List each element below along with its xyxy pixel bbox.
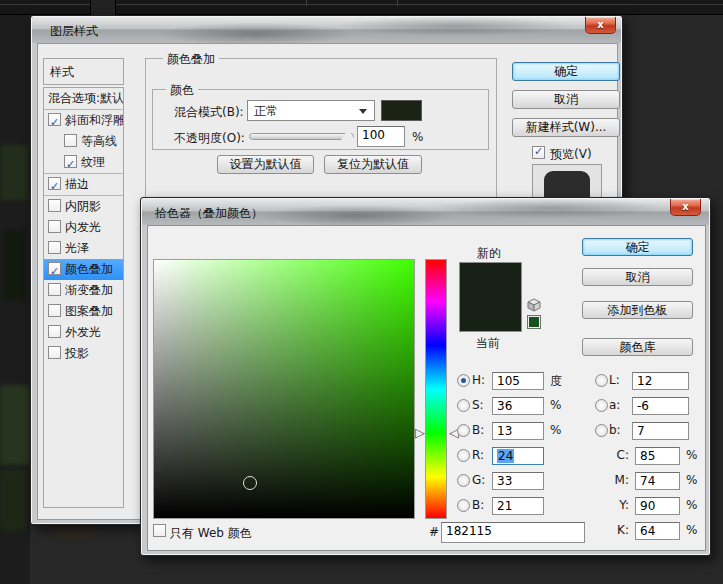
sidebar-item-blending-options[interactable]: 混合选项:默认 [44, 88, 123, 109]
canvas-artifact [0, 385, 30, 465]
lab-l-radio[interactable] [595, 374, 608, 387]
sidebar-item-gradient-overlay[interactable]: 渐变叠加 [44, 280, 123, 301]
stroke-checkbox[interactable] [48, 177, 61, 190]
new-style-button[interactable]: 新建样式(W)... [512, 118, 620, 137]
lab-a-radio[interactable] [595, 399, 608, 412]
color-group-title: 颜色 [166, 82, 198, 99]
web-safe-color-swatch[interactable] [527, 315, 541, 329]
color-picker-titlebar[interactable]: 拾色器（叠加颜色） x [142, 199, 709, 225]
green-radio[interactable] [457, 474, 470, 487]
hex-field[interactable]: 182115 [441, 522, 585, 543]
outer-glow-checkbox[interactable] [48, 325, 61, 338]
saturation-brightness-field[interactable] [153, 259, 415, 519]
green-field[interactable]: 33 [492, 472, 544, 490]
red-field[interactable]: 24 [492, 447, 544, 465]
lab-b-label: b: [609, 423, 621, 437]
sidebar-item-bevel-emboss[interactable]: 斜面和浮雕 [44, 110, 123, 131]
sidebar-item-texture[interactable]: 纹理 [44, 152, 123, 173]
canvas-artifact [55, 527, 95, 537]
add-to-swatches-button[interactable]: 添加到色板 [582, 301, 693, 319]
saturation-field[interactable]: 36 [492, 397, 544, 415]
hue-slider[interactable] [425, 259, 447, 519]
pattern-overlay-checkbox[interactable] [48, 304, 61, 317]
yellow-field[interactable]: 90 [635, 497, 680, 515]
cyan-field[interactable]: 85 [635, 447, 680, 465]
brightness-label: B: [472, 423, 484, 437]
color-picker-title: 拾色器（叠加颜色） [155, 205, 263, 222]
blue-field[interactable]: 21 [492, 497, 544, 515]
sidebar-item-contour[interactable]: 等高线 [44, 131, 123, 152]
satin-checkbox[interactable] [48, 241, 61, 254]
inner-glow-checkbox[interactable] [48, 220, 61, 233]
lab-a-field[interactable]: -6 [632, 397, 689, 415]
black-field[interactable]: 64 [635, 522, 680, 540]
saturation-label: S: [472, 398, 484, 412]
picker-ok-button[interactable]: 确定 [582, 238, 693, 256]
layer-style-ok-button[interactable]: 确定 [512, 62, 620, 81]
lab-l-field[interactable]: 12 [632, 372, 689, 390]
web-colors-only-checkbox[interactable] [153, 524, 166, 537]
opacity-unit: % [412, 130, 423, 144]
reset-default-button[interactable]: 复位为默认值 [324, 155, 422, 174]
red-label: R: [472, 448, 484, 462]
drop-shadow-checkbox[interactable] [48, 346, 61, 359]
brightness-unit: % [550, 423, 561, 437]
opacity-slider-track[interactable] [249, 133, 354, 140]
sidebar-item-pattern-overlay[interactable]: 图案叠加 [44, 301, 123, 322]
hue-slider-left-arrow-icon[interactable]: ▷ [415, 426, 425, 439]
set-default-button[interactable]: 设置为默认值 [217, 155, 314, 174]
sidebar-item-inner-shadow[interactable]: 内阴影 [44, 196, 123, 217]
cyan-label: C: [604, 448, 629, 462]
web-gamut-warning-cube-icon[interactable] [527, 298, 541, 312]
color-field-marker[interactable] [243, 476, 257, 490]
magenta-label: M: [604, 473, 629, 487]
lab-b-radio[interactable] [595, 424, 608, 437]
gradient-overlay-checkbox[interactable] [48, 283, 61, 296]
yellow-label: Y: [604, 498, 629, 512]
inner-shadow-checkbox[interactable] [48, 199, 61, 212]
layer-style-cancel-button[interactable]: 取消 [512, 90, 620, 109]
red-radio[interactable] [457, 449, 470, 462]
layer-style-close-icon[interactable]: x [585, 17, 616, 34]
bevel-emboss-checkbox[interactable] [48, 113, 61, 126]
current-color-swatch[interactable] [460, 297, 521, 331]
saturation-radio[interactable] [457, 399, 470, 412]
color-overlay-group-title: 颜色叠加 [163, 51, 219, 68]
black-label: K: [604, 523, 629, 537]
sidebar-item-color-overlay[interactable]: 颜色叠加 [44, 259, 123, 280]
layer-style-titlebar[interactable]: 图层样式 x [32, 17, 621, 43]
contour-checkbox[interactable] [64, 134, 77, 147]
color-picker-close-icon[interactable]: x [670, 199, 701, 216]
sidebar-item-inner-glow[interactable]: 内发光 [44, 217, 123, 238]
canvas-artifact [4, 230, 26, 300]
sidebar-item-drop-shadow[interactable]: 投影 [44, 343, 123, 364]
color-libraries-button[interactable]: 颜色库 [582, 338, 693, 356]
brightness-radio[interactable] [457, 424, 470, 437]
styles-list-header: 样式 [43, 58, 124, 85]
color-overlay-checkbox[interactable] [48, 262, 61, 275]
saturation-unit: % [550, 398, 561, 412]
sidebar-item-outer-glow[interactable]: 外发光 [44, 322, 123, 343]
blue-radio[interactable] [457, 499, 470, 512]
color-picker-dialog: 拾色器（叠加颜色） x ▷ ◁ 新的 当前 确定 取消 添加到色板 颜色库 H:… [140, 197, 711, 556]
brightness-field[interactable]: 13 [492, 422, 544, 440]
texture-checkbox[interactable] [64, 155, 77, 168]
chevron-down-icon [359, 109, 367, 114]
canvas-artifact [0, 145, 28, 200]
preview-checkbox[interactable] [532, 146, 545, 159]
magenta-field[interactable]: 74 [635, 472, 680, 490]
web-colors-only-label: 只有 Web 颜色 [170, 525, 252, 542]
selected-text: 24 [497, 449, 514, 463]
sidebar-item-stroke[interactable]: 描边 [44, 174, 123, 195]
hue-field[interactable]: 105 [492, 372, 544, 390]
blend-mode-dropdown[interactable]: 正常 [247, 100, 375, 121]
magenta-unit: % [686, 473, 697, 487]
lab-b-field[interactable]: 7 [632, 422, 689, 440]
top-bar-tick [397, 0, 398, 6]
picker-cancel-button[interactable]: 取消 [582, 268, 693, 286]
blend-color-swatch[interactable] [381, 100, 422, 121]
hue-radio[interactable] [457, 374, 470, 387]
opacity-value-field[interactable]: 100 [357, 126, 405, 147]
layer-style-title: 图层样式 [50, 23, 98, 40]
sidebar-item-satin[interactable]: 光泽 [44, 238, 123, 259]
